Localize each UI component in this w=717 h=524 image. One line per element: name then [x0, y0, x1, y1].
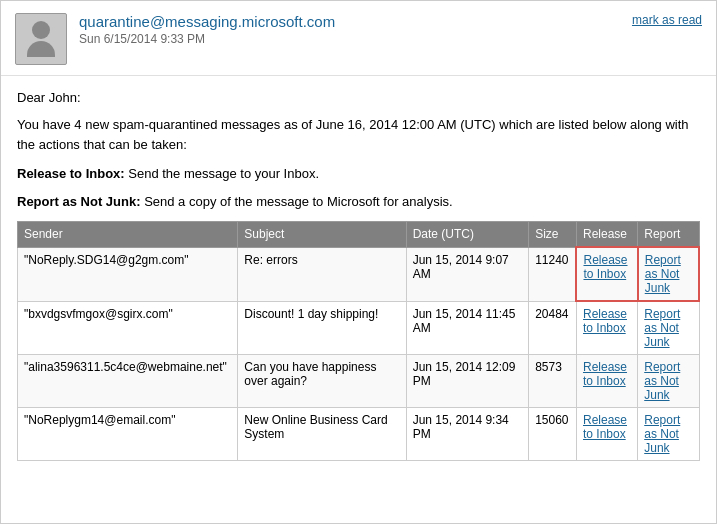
cell-release: Release to Inbox	[576, 355, 637, 408]
cell-date: Jun 15, 2014 9:34 PM	[406, 408, 528, 461]
cell-subject: Re: errors	[238, 247, 406, 301]
cell-subject: New Online Business Card System	[238, 408, 406, 461]
sender-email: quarantine@messaging.microsoft.com	[79, 13, 702, 30]
email-header: quarantine@messaging.microsoft.com Sun 6…	[1, 1, 716, 76]
cell-size: 15060	[529, 408, 577, 461]
col-header-subject: Subject	[238, 222, 406, 248]
instruction-report-label: Report as Not Junk:	[17, 194, 141, 209]
cell-subject: Can you have happiness over again?	[238, 355, 406, 408]
cell-release: Release to Inbox	[576, 301, 637, 355]
cell-sender: "NoReply.SDG14@g2gm.com"	[18, 247, 238, 301]
col-header-date: Date (UTC)	[406, 222, 528, 248]
release-to-inbox-link[interactable]: Release to Inbox	[583, 413, 627, 441]
table-row: "NoReplygm14@email.com"New Online Busine…	[18, 408, 700, 461]
cell-report: Report as Not Junk	[638, 301, 699, 355]
table-row: "bxvdgsvfmgox@sgirx.com"Discount! 1 day …	[18, 301, 700, 355]
cell-date: Jun 15, 2014 11:45 AM	[406, 301, 528, 355]
instruction-release: Release to Inbox: Send the message to yo…	[17, 164, 700, 184]
report-as-not-junk-link[interactable]: Report as Not Junk	[645, 253, 681, 295]
intro-text: You have 4 new spam-quarantined messages…	[17, 115, 700, 154]
cell-date: Jun 15, 2014 9:07 AM	[406, 247, 528, 301]
col-header-release: Release	[576, 222, 637, 248]
cell-release: Release to Inbox	[576, 247, 637, 301]
email-body: Dear John: You have 4 new spam-quarantin…	[1, 76, 716, 475]
col-header-report: Report	[638, 222, 699, 248]
instruction-release-label: Release to Inbox:	[17, 166, 125, 181]
cell-size: 20484	[529, 301, 577, 355]
cell-release: Release to Inbox	[576, 408, 637, 461]
cell-report: Report as Not Junk	[638, 355, 699, 408]
instruction-report-text: Send a copy of the message to Microsoft …	[141, 194, 453, 209]
table-row: "alina3596311.5c4ce@webmaine.net"Can you…	[18, 355, 700, 408]
release-to-inbox-link[interactable]: Release to Inbox	[583, 360, 627, 388]
release-to-inbox-link[interactable]: Release to Inbox	[583, 253, 627, 281]
messages-table: Sender Subject Date (UTC) Size Release R…	[17, 221, 700, 461]
cell-report: Report as Not Junk	[638, 247, 699, 301]
report-as-not-junk-link[interactable]: Report as Not Junk	[644, 360, 680, 402]
cell-subject: Discount! 1 day shipping!	[238, 301, 406, 355]
cell-report: Report as Not Junk	[638, 408, 699, 461]
col-header-size: Size	[529, 222, 577, 248]
email-container: quarantine@messaging.microsoft.com Sun 6…	[0, 0, 717, 524]
table-row: "NoReply.SDG14@g2gm.com"Re: errorsJun 15…	[18, 247, 700, 301]
cell-sender: "NoReplygm14@email.com"	[18, 408, 238, 461]
mark-as-read-button[interactable]: mark as read	[632, 13, 702, 27]
release-to-inbox-link[interactable]: Release to Inbox	[583, 307, 627, 335]
avatar	[15, 13, 67, 65]
report-as-not-junk-link[interactable]: Report as Not Junk	[644, 413, 680, 455]
cell-sender: "alina3596311.5c4ce@webmaine.net"	[18, 355, 238, 408]
cell-date: Jun 15, 2014 12:09 PM	[406, 355, 528, 408]
report-as-not-junk-link[interactable]: Report as Not Junk	[644, 307, 680, 349]
instruction-report: Report as Not Junk: Send a copy of the m…	[17, 192, 700, 212]
sender-info: quarantine@messaging.microsoft.com Sun 6…	[79, 13, 702, 46]
sender-date: Sun 6/15/2014 9:33 PM	[79, 32, 702, 46]
cell-size: 11240	[529, 247, 577, 301]
cell-sender: "bxvdgsvfmgox@sgirx.com"	[18, 301, 238, 355]
cell-size: 8573	[529, 355, 577, 408]
col-header-sender: Sender	[18, 222, 238, 248]
greeting: Dear John:	[17, 90, 700, 105]
instruction-release-text: Send the message to your Inbox.	[125, 166, 319, 181]
